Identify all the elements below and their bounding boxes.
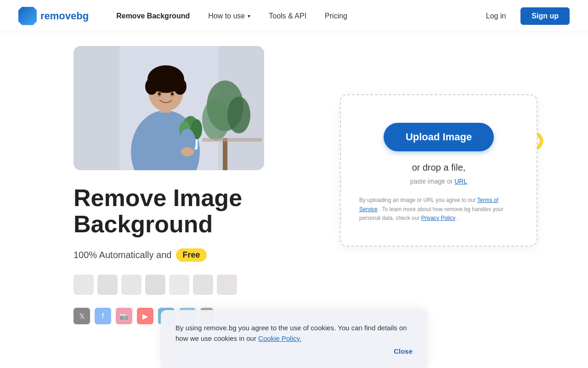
nav-link-tools-api[interactable]: Tools & API bbox=[260, 8, 316, 24]
hero-heading: Remove Image Background bbox=[74, 185, 340, 237]
left-panel: Remove Image Background 100% Automatical… bbox=[74, 46, 340, 295]
logo[interactable]: removebg bbox=[18, 7, 89, 25]
svg-point-15 bbox=[168, 72, 179, 85]
cookie-close-button[interactable]: Close bbox=[394, 347, 413, 355]
cookie-policy-link[interactable]: Cookie Policy. bbox=[258, 334, 301, 342]
svg-rect-1 bbox=[74, 46, 119, 170]
logo-icon bbox=[18, 7, 37, 25]
cookie-banner: By using remove.bg you agree to the use … bbox=[161, 310, 427, 368]
hero-image bbox=[74, 46, 264, 170]
twitter-icon[interactable]: 𝕏 bbox=[74, 308, 90, 324]
nav-link-pricing[interactable]: Pricing bbox=[316, 8, 356, 24]
upload-image-button[interactable]: Upload Image bbox=[384, 123, 494, 151]
svg-point-18 bbox=[158, 92, 161, 96]
nav-link-remove-background[interactable]: Remove Background bbox=[107, 8, 199, 24]
signup-button[interactable]: Sign up bbox=[520, 7, 570, 25]
svg-rect-7 bbox=[202, 138, 262, 142]
svg-point-19 bbox=[171, 92, 174, 96]
hero-image-placeholder bbox=[74, 46, 264, 170]
free-badge: Free bbox=[176, 248, 206, 262]
svg-point-4 bbox=[202, 99, 230, 140]
upload-card: Upload Image or drop a file, paste image… bbox=[340, 94, 537, 247]
svg-rect-6 bbox=[223, 138, 227, 170]
svg-point-25 bbox=[181, 147, 194, 156]
tos-text: By uploading an image or URL you agree t… bbox=[359, 196, 518, 223]
logo-remove: remove bbox=[40, 10, 76, 22]
youtube-icon[interactable]: ▶ bbox=[137, 308, 153, 324]
paste-url-link[interactable]: URL bbox=[454, 178, 467, 185]
cookie-text: By using remove.bg you agree to the use … bbox=[175, 323, 413, 344]
login-button[interactable]: Log in bbox=[479, 8, 514, 24]
svg-point-5 bbox=[227, 97, 250, 133]
nav-link-how-to-use[interactable]: How to use ▾ bbox=[199, 8, 260, 24]
navbar: removebg Remove Background How to use ▾ … bbox=[0, 0, 588, 32]
logo-bg: bg bbox=[76, 10, 89, 22]
privacy-policy-link[interactable]: Privacy Policy bbox=[421, 215, 456, 221]
svg-point-14 bbox=[153, 72, 164, 85]
hero-illustration bbox=[74, 46, 264, 170]
instagram-icon[interactable]: 📷 bbox=[116, 308, 132, 324]
nav-links: Remove Background How to use ▾ Tools & A… bbox=[107, 8, 479, 24]
hero-subtext: 100% Automatically and Free bbox=[74, 248, 340, 262]
sample-row bbox=[74, 275, 340, 295]
logo-text: removebg bbox=[40, 10, 89, 22]
chevron-down-icon: ▾ bbox=[248, 13, 250, 19]
nav-right: Log in Sign up bbox=[479, 7, 570, 25]
main-content: Remove Image Background 100% Automatical… bbox=[0, 32, 588, 295]
paste-text: paste image or URL bbox=[410, 178, 468, 185]
right-panel: Upload Image or drop a file, paste image… bbox=[340, 46, 537, 295]
drop-text: or drop a file, bbox=[412, 162, 466, 173]
facebook-icon[interactable]: f bbox=[95, 308, 111, 324]
